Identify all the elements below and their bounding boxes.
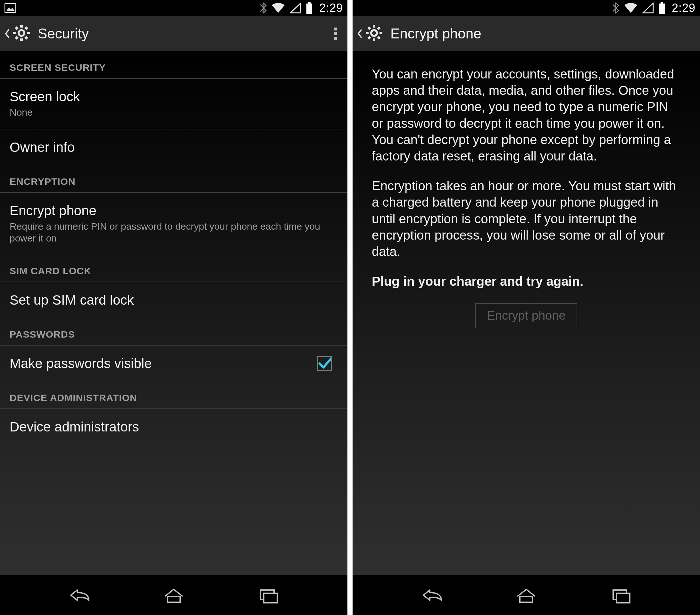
svg-marker-1 <box>7 7 15 11</box>
item-screen-lock[interactable]: Screen lock None <box>0 79 348 129</box>
bluetooth-icon <box>260 2 267 14</box>
svg-marker-17 <box>643 3 653 13</box>
encrypt-paragraph-2: Encryption takes an hour or more. You mu… <box>372 178 681 260</box>
svg-rect-4 <box>307 3 312 14</box>
status-bar: 2:29 <box>0 0 348 16</box>
svg-line-28 <box>368 37 370 39</box>
svg-line-11 <box>25 37 27 39</box>
navigation-bar <box>352 575 700 615</box>
svg-rect-14 <box>167 597 180 602</box>
item-encrypt-phone[interactable]: Encrypt phone Require a numeric PIN or p… <box>0 193 348 255</box>
battery-icon <box>658 2 665 14</box>
item-subtitle: None <box>10 106 338 118</box>
svg-marker-2 <box>290 3 301 13</box>
svg-line-25 <box>368 27 370 29</box>
settings-list[interactable]: SCREEN SECURITY Screen lock None Owner i… <box>0 51 348 575</box>
item-device-administrators[interactable]: Device administrators <box>0 409 348 436</box>
item-sim-card-lock[interactable]: Set up SIM card lock <box>0 282 348 318</box>
phone-encrypt-screen: 2:29 <box>352 0 700 615</box>
item-owner-info[interactable]: Owner info <box>0 129 348 165</box>
phone-security-settings: 2:29 <box>0 0 348 615</box>
svg-rect-18 <box>661 2 663 3</box>
section-header-sim-card-lock: SIM CARD LOCK <box>0 255 348 282</box>
overflow-menu-icon[interactable] <box>327 26 343 41</box>
svg-rect-16 <box>264 593 277 603</box>
status-bar: 2:29 <box>352 0 700 16</box>
signal-icon <box>290 2 301 13</box>
encrypt-warning: Plug in your charger and try again. <box>372 273 681 290</box>
item-title: Encrypt phone <box>10 203 338 218</box>
settings-gear-icon <box>12 24 31 43</box>
svg-rect-31 <box>616 593 630 603</box>
svg-line-10 <box>16 27 17 29</box>
item-make-passwords-visible[interactable]: Make passwords visible <box>0 346 348 382</box>
nav-home-button[interactable] <box>511 586 542 605</box>
item-subtitle: Require a numeric PIN or password to dec… <box>10 220 338 244</box>
action-bar-up[interactable] <box>356 22 387 46</box>
nav-recent-button[interactable] <box>605 586 636 605</box>
action-bar-up[interactable] <box>3 22 35 46</box>
navigation-bar <box>0 575 348 615</box>
wifi-icon <box>624 2 638 13</box>
section-header-screen-security: SCREEN SECURITY <box>0 51 348 79</box>
settings-gear-icon <box>365 24 383 43</box>
item-title: Set up SIM card lock <box>10 293 338 308</box>
nav-back-button[interactable] <box>64 586 95 605</box>
nav-home-button[interactable] <box>158 586 189 605</box>
nav-recent-button[interactable] <box>253 586 284 605</box>
nav-back-button[interactable] <box>416 586 447 605</box>
svg-line-26 <box>378 37 380 39</box>
action-bar-title: Encrypt phone <box>390 26 482 42</box>
encrypt-body: You can encrypt your accounts, settings,… <box>352 51 700 575</box>
svg-point-5 <box>18 30 24 36</box>
status-time: 2:29 <box>672 1 696 15</box>
action-bar-title: Security <box>38 26 89 42</box>
image-icon <box>4 3 16 13</box>
action-bar: Encrypt phone <box>352 16 700 51</box>
item-title: Make passwords visible <box>10 356 317 371</box>
bluetooth-icon <box>612 2 619 14</box>
action-bar: Security <box>0 16 348 51</box>
wifi-icon <box>271 2 285 13</box>
status-time: 2:29 <box>319 1 343 15</box>
item-title: Screen lock <box>10 89 338 104</box>
svg-rect-19 <box>659 3 665 14</box>
section-header-encryption: ENCRYPTION <box>0 165 348 193</box>
item-title: Owner info <box>10 140 338 155</box>
svg-line-27 <box>378 27 380 29</box>
section-header-device-admin: DEVICE ADMINISTRATION <box>0 382 348 409</box>
battery-icon <box>306 2 313 14</box>
svg-line-13 <box>16 37 17 39</box>
encrypt-phone-button: Encrypt phone <box>475 303 577 328</box>
svg-rect-3 <box>308 2 311 3</box>
svg-rect-29 <box>520 597 533 602</box>
item-title: Device administrators <box>10 419 338 435</box>
svg-line-12 <box>25 27 27 29</box>
checkbox-make-passwords-visible[interactable] <box>317 356 332 371</box>
section-header-passwords: PASSWORDS <box>0 318 348 346</box>
signal-icon <box>642 2 654 13</box>
encrypt-paragraph-1: You can encrypt your accounts, settings,… <box>372 66 681 164</box>
svg-rect-0 <box>5 3 16 13</box>
svg-point-20 <box>371 30 377 36</box>
